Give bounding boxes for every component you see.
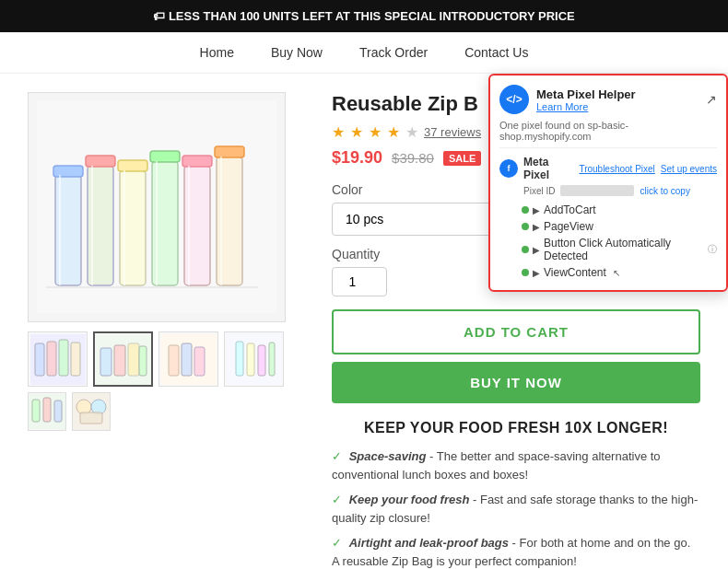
star-3: ★: [369, 123, 382, 141]
svg-rect-32: [182, 343, 192, 376]
pixel-header-text: Meta Pixel Helper Learn More: [536, 87, 636, 112]
event-arrow-2[interactable]: ▶: [533, 222, 540, 232]
svg-rect-17: [215, 146, 244, 157]
meta-pixel-icon: f: [499, 159, 518, 178]
event-arrow-4[interactable]: ▶: [533, 268, 540, 278]
pixel-helper-icon: </>: [499, 85, 529, 114]
event-button-click: ▶ Button Click Automatically Detected ⓘ: [503, 235, 717, 264]
desc-heading: KEEP YOUR FOOD FRESH 10X LONGER!: [332, 420, 700, 436]
event-dot-1: [522, 206, 529, 214]
desc-bold-2: Keep your food fresh: [349, 493, 470, 506]
thumbnail-1[interactable]: [28, 331, 88, 387]
main-navigation: Home Buy Now Track Order Contact Us: [0, 32, 728, 74]
pixel-name-label: Meta Pixel: [523, 156, 573, 181]
event-label-3: Button Click Automatically Detected: [544, 237, 701, 262]
check-icon-3: ✓: [332, 536, 342, 550]
thumbnail-4[interactable]: [224, 331, 284, 387]
buy-now-button[interactable]: BUY IT NOW: [332, 362, 700, 403]
setup-events-link[interactable]: Set up events: [661, 164, 717, 174]
svg-rect-36: [247, 343, 254, 376]
svg-rect-31: [169, 345, 179, 376]
svg-rect-5: [86, 156, 115, 167]
svg-rect-26: [100, 348, 112, 376]
sale-badge: SALE: [443, 151, 481, 166]
event-label-4: ViewContent: [544, 266, 606, 279]
svg-rect-11: [150, 151, 180, 162]
pixel-id-label: Pixel ID: [523, 186, 555, 196]
thumbnail-row-2: [28, 392, 304, 431]
svg-rect-27: [114, 345, 125, 376]
event-dot-2: [522, 223, 529, 230]
pixel-helper-title: Meta Pixel Helper: [536, 87, 636, 101]
check-icon-2: ✓: [332, 493, 342, 506]
product-images: [28, 92, 304, 569]
event-label-1: AddToCart: [544, 203, 596, 216]
svg-rect-35: [236, 342, 243, 376]
nav-buy-now[interactable]: Buy Now: [271, 45, 323, 60]
price-original: $39.80: [392, 150, 434, 166]
event-dot-4: [522, 269, 529, 276]
svg-rect-38: [269, 343, 275, 376]
desc-item-2: ✓ Keep your food fresh - Fast and safe s…: [332, 491, 700, 527]
nav-track-order[interactable]: Track Order: [359, 45, 428, 60]
nav-contact-us[interactable]: Contact Us: [464, 45, 528, 60]
svg-rect-40: [32, 400, 40, 422]
event-arrow-3[interactable]: ▶: [533, 245, 540, 255]
pixel-events-list: ▶ AddToCart ▶ PageView ▶ Button Click Au…: [503, 202, 717, 281]
svg-rect-24: [71, 343, 80, 376]
event-dot-3: [522, 246, 529, 253]
thumbnail-row-1: [28, 331, 304, 387]
svg-rect-23: [59, 340, 68, 376]
add-to-cart-button[interactable]: ADD TO CART: [332, 309, 700, 354]
svg-rect-37: [258, 345, 265, 376]
thumbnail-6[interactable]: [72, 392, 111, 431]
banner-text: 🏷 LESS THAN 100 UNITS LEFT AT THIS SPECI…: [153, 9, 574, 23]
thumbnail-5[interactable]: [28, 392, 66, 431]
event-label-2: PageView: [544, 220, 593, 233]
svg-rect-42: [54, 401, 62, 422]
cursor-icon: ↖: [613, 268, 620, 278]
pixel-helper-popup: </> Meta Pixel Helper Learn More ↗ One p…: [488, 74, 728, 292]
star-5-empty: ★: [405, 123, 418, 141]
svg-rect-46: [80, 412, 102, 424]
desc-item-1: ✓ Space-saving - The better and space-sa…: [332, 447, 700, 483]
event-info-icon-3[interactable]: ⓘ: [708, 243, 717, 256]
pixel-entry-row: f Meta Pixel Troubleshoot Pixel Set up e…: [499, 156, 717, 181]
event-page-view: ▶ PageView: [503, 218, 717, 235]
svg-rect-2: [53, 166, 83, 177]
star-2: ★: [350, 123, 363, 141]
pixel-copy-label[interactable]: click to copy: [640, 186, 689, 196]
event-view-content: ▶ ViewContent ↖: [503, 264, 717, 281]
svg-rect-28: [128, 343, 139, 376]
thumbnail-3[interactable]: [159, 331, 218, 387]
pixel-id-value: [560, 185, 634, 196]
thumbnail-2-active[interactable]: [93, 331, 153, 387]
pixel-action-links: Troubleshoot Pixel Set up events: [579, 164, 717, 174]
quantity-input[interactable]: [332, 267, 387, 296]
svg-rect-8: [118, 160, 147, 171]
svg-rect-33: [194, 347, 205, 376]
nav-home[interactable]: Home: [200, 45, 234, 60]
svg-rect-14: [182, 156, 212, 167]
external-link-icon[interactable]: ↗: [706, 92, 717, 107]
pixel-id-row: Pixel ID click to copy: [523, 185, 717, 196]
desc-item-3: ✓ Airtight and leak-proof bags - For bot…: [332, 534, 700, 569]
pixel-popup-header: </> Meta Pixel Helper Learn More ↗: [499, 85, 717, 114]
pixel-learn-more[interactable]: Learn More: [536, 101, 636, 112]
event-arrow-1[interactable]: ▶: [533, 205, 540, 215]
svg-rect-22: [47, 342, 56, 376]
svg-rect-21: [35, 343, 44, 376]
troubleshoot-link[interactable]: Troubleshoot Pixel: [579, 164, 654, 174]
star-1: ★: [332, 123, 345, 141]
price-sale: $19.90: [332, 148, 382, 168]
review-count[interactable]: 37 reviews: [424, 125, 481, 139]
main-product-image: [28, 92, 286, 322]
svg-rect-41: [43, 398, 51, 422]
desc-bold-1: Space-saving: [349, 449, 427, 463]
desc-bold-3: Airtight and leak-proof bags: [349, 536, 509, 550]
check-icon-1: ✓: [332, 449, 342, 463]
product-description: KEEP YOUR FOOD FRESH 10X LONGER! ✓ Space…: [332, 420, 700, 569]
top-banner: 🏷 LESS THAN 100 UNITS LEFT AT THIS SPECI…: [0, 0, 728, 32]
event-add-to-cart: ▶ AddToCart: [503, 202, 717, 218]
svg-rect-29: [139, 346, 147, 376]
